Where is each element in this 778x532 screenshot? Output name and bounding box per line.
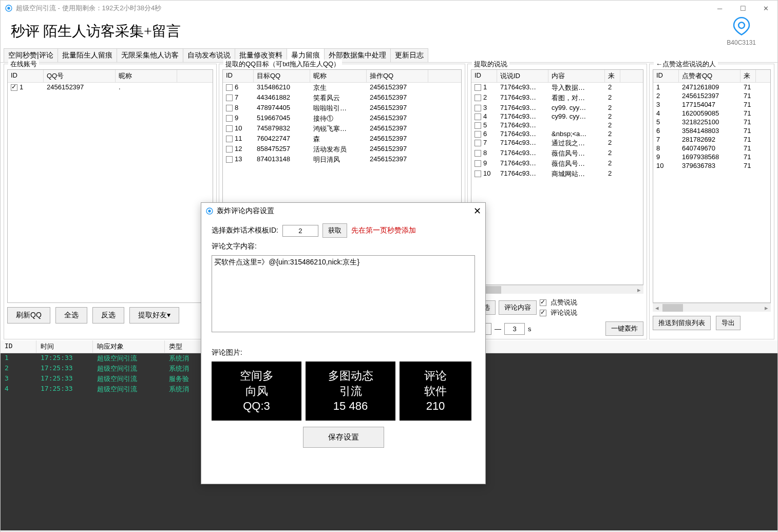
shuoshuo-hscroll[interactable]: ◂ ▸ [471, 285, 643, 294]
table-row[interactable]: 8478974405啦啦啦引…2456152397 [223, 103, 461, 113]
table-row[interactable]: 11760422747森2456152397 [223, 134, 461, 144]
table-row[interactable]: 671764c93…&nbsp;<a…2 [471, 129, 643, 138]
image-label-row: 评论图片: [212, 348, 475, 357]
dialog-title: 轰炸评论内容设置 [217, 206, 274, 216]
likers-hscroll[interactable]: ◂ ▸ [653, 303, 771, 312]
content-label-row: 评论文字内容: [212, 242, 475, 251]
table-row[interactable]: 6358414880371 [653, 126, 770, 135]
tab-2[interactable]: 无限采集他人访客 [117, 48, 183, 63]
table-row[interactable]: 9169793856871 [653, 153, 770, 161]
dialog-titlebar: 轰炸评论内容设置 ✕ [201, 203, 485, 219]
image-row: 空间多向风QQ:3多图动态引流15 486评论软件210 [212, 362, 475, 421]
table-row[interactable]: 971764c93…薇信风号…2 [471, 159, 643, 169]
accounts-list[interactable]: IDQQ号昵称12456152397. [7, 69, 213, 303]
table-row[interactable]: 864074967071 [653, 144, 770, 153]
dialog-icon [205, 207, 214, 215]
shuoshuo-buttons-2: — s 一键轰炸 [471, 317, 643, 336]
table-row[interactable]: 7443461882笑看风云2456152397 [223, 93, 461, 103]
interval-dash: — [495, 325, 501, 333]
scroll-right-icon[interactable]: ▸ [762, 303, 771, 312]
tab-1[interactable]: 批量陌生人留痕 [58, 48, 117, 63]
tab-7[interactable]: 更新日志 [390, 48, 428, 63]
comment-shuoshuo-checkbox[interactable]: 评论说说 [540, 308, 577, 317]
interval-to-input[interactable] [504, 323, 525, 335]
content-textarea[interactable] [212, 255, 475, 332]
scroll-left-icon[interactable]: ◂ [653, 303, 661, 312]
shuoshuo-list[interactable]: ID说说ID内容来171764c93…导入数据…2271764c93…看图，对…… [471, 69, 643, 285]
comment-settings-dialog: 轰炸评论内容设置 ✕ 选择轰炸话术模板ID: 获取 先在第一页秒赞添加 评论文字… [201, 202, 486, 484]
comment-content-button[interactable]: 评论内容 [499, 300, 537, 315]
table-row[interactable]: 2245615239771 [653, 91, 770, 100]
interval-unit: s [528, 325, 532, 333]
accounts-group: 在线账号 IDQQ号昵称12456152397. 刷新QQ 全选 反选 提取好友… [4, 64, 217, 339]
titlebar: 超级空间引流 - 使用期剩余：192天2小时38分4秒 ─ ☐ ✕ [1, 1, 777, 16]
table-row[interactable]: 10745879832鸿锐飞寒…2456152397 [223, 124, 461, 134]
svg-point-1 [7, 7, 10, 9]
minimize-button[interactable]: ─ [708, 1, 731, 16]
table-row[interactable]: 1247126180971 [653, 83, 770, 91]
window-buttons: ─ ☐ ✕ [708, 1, 777, 16]
app-window: 超级空间引流 - 使用期剩余：192天2小时38分4秒 ─ ☐ ✕ 秒评 陌生人… [0, 0, 778, 532]
comment-image-0[interactable]: 空间多向风QQ:3 [212, 362, 301, 421]
scroll-thumb[interactable] [662, 304, 683, 312]
svg-point-2 [738, 23, 745, 29]
template-label: 选择轰炸话术模板ID: [212, 226, 278, 235]
table-row[interactable]: 12456152397. [8, 83, 213, 91]
like-shuoshuo-checkbox[interactable]: 点赞说说 [540, 298, 577, 307]
svg-point-4 [208, 210, 211, 212]
export-button[interactable]: 导出 [716, 316, 741, 330]
table-row[interactable]: 1037963678371 [653, 161, 770, 170]
likers-buttons: 推送到留痕列表 导出 [653, 312, 771, 330]
invert-button[interactable]: 反选 [92, 307, 124, 324]
table-row[interactable]: 728178269271 [653, 135, 770, 144]
table-row[interactable]: 771764c93…通过我之…2 [471, 138, 643, 148]
dialog-close-button[interactable]: ✕ [473, 205, 481, 217]
table-row[interactable]: 571764c93…2 [471, 121, 643, 129]
table-row[interactable]: 317715404771 [653, 100, 770, 109]
template-id-input[interactable] [282, 225, 318, 237]
one-click-button[interactable]: 一键轰炸 [605, 321, 643, 336]
table-row[interactable]: 4162005908571 [653, 109, 770, 118]
table-row[interactable]: 271764c93…看图，对…2 [471, 93, 643, 103]
accounts-buttons: 刷新QQ 全选 反选 提取好友▾ [7, 303, 213, 324]
get-button[interactable]: 获取 [322, 223, 347, 238]
table-row[interactable]: 1071764c93…商城网站…2 [471, 169, 643, 179]
close-button[interactable]: ✕ [754, 1, 777, 16]
comment-image-1[interactable]: 多图动态引流15 486 [306, 362, 395, 421]
window-title: 超级空间引流 - 使用期剩余：192天2小时38分4秒 [16, 4, 161, 13]
content-label: 评论文字内容: [212, 242, 257, 251]
maximize-button[interactable]: ☐ [731, 1, 754, 16]
table-row[interactable]: 871764c93…薇信风号…2 [471, 148, 643, 159]
template-row: 选择轰炸话术模板ID: 获取 先在第一页秒赞添加 [212, 223, 475, 238]
image-label: 评论图片: [212, 348, 242, 357]
likers-group: ←点赞这些说说的人 ID点赞者QQ来1247126180971224561523… [649, 64, 774, 339]
table-row[interactable]: 371764c93…cy99. cyy…2 [471, 103, 643, 112]
brand: B40C3131 [727, 16, 771, 46]
save-row: 保存设置 [212, 427, 475, 448]
select-all-button[interactable]: 全选 [55, 307, 87, 324]
accounts-title: 在线账号 [8, 60, 39, 69]
table-row[interactable]: 13874013148明日清风2456152397 [223, 155, 461, 165]
app-icon [5, 4, 13, 12]
brand-icon [731, 16, 752, 38]
likers-title: ←点赞这些说说的人 [654, 60, 718, 69]
warning-text: 先在第一页秒赞添加 [351, 226, 416, 235]
scroll-right-icon[interactable]: ▸ [635, 286, 643, 294]
comment-image-2[interactable]: 评论软件210 [400, 362, 471, 421]
table-row[interactable]: 5321822510071 [653, 118, 770, 126]
extract-friends-button[interactable]: 提取好友▾ [129, 307, 179, 324]
brand-code: B40C3131 [727, 39, 756, 46]
push-to-list-button[interactable]: 推送到留痕列表 [653, 316, 711, 330]
likers-list[interactable]: ID点赞者QQ来12471261809712245615239771317715… [653, 69, 771, 303]
save-settings-button[interactable]: 保存设置 [303, 427, 384, 448]
table-row[interactable]: 12858475257活动发布员2456152397 [223, 144, 461, 155]
dialog-body: 选择轰炸话术模板ID: 获取 先在第一页秒赞添加 评论文字内容: 评论图片: 空… [201, 219, 485, 484]
shuoshuo-group: 提取的说说 ID说说ID内容来171764c93…导入数据…2271764c93… [467, 64, 647, 339]
refresh-qq-button[interactable]: 刷新QQ [7, 307, 50, 324]
table-row[interactable]: 171764c93…导入数据…2 [471, 83, 643, 93]
table-row[interactable]: 6315486210京生2456152397 [223, 83, 461, 93]
table-row[interactable]: 9519667045接待①2456152397 [223, 113, 461, 124]
table-row[interactable]: 471764c93…cy99. cyy…2 [471, 112, 643, 121]
shuoshuo-title: 提取的说说 [472, 60, 509, 69]
targets-title: 提取的QQ目标（可txt拖入陌生人QQ） [223, 60, 342, 69]
